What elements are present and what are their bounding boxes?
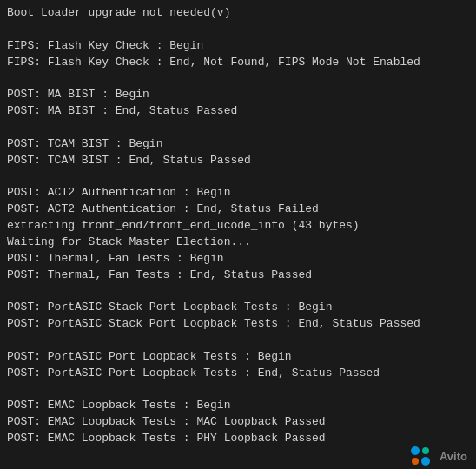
terminal-window: Boot Loader upgrade not needed(v)FIPS: F…	[0, 0, 476, 443]
terminal-line: POST: Thermal, Fan Tests : Begin	[7, 251, 469, 268]
terminal-line: POST: MA BIST : End, Status Passed	[7, 103, 469, 120]
terminal-line: POST: TCAM BIST : End, Status Passed	[7, 153, 469, 169]
terminal-line: POST: TCAM BIST : Begin	[7, 136, 469, 153]
terminal-line	[7, 333, 469, 349]
terminal-line	[7, 120, 469, 136]
svg-point-1	[422, 447, 429, 454]
svg-point-0	[411, 446, 420, 455]
terminal-line: POST: ACT2 Authentication : End, Status …	[7, 201, 469, 218]
terminal-line	[7, 168, 469, 185]
terminal-line: POST: EMAC Loopback Tests : PHY Loopback…	[7, 431, 469, 443]
terminal-line: POST: Thermal, Fan Tests : End, Status P…	[7, 268, 469, 284]
terminal-line	[7, 22, 469, 38]
terminal-line: POST: MA BIST : Begin	[7, 87, 469, 103]
avito-label: Avito	[440, 450, 467, 463]
terminal-line: POST: EMAC Loopback Tests : Begin	[7, 398, 469, 414]
terminal-line: POST: ACT2 Authentication : Begin	[7, 185, 469, 201]
terminal-line: Boot Loader upgrade not needed(v)	[7, 5, 469, 22]
terminal-line: POST: PortASIC Port Loopback Tests : End…	[7, 366, 469, 382]
terminal-line: extracting front_end/front_end_ucode_inf…	[7, 218, 469, 234]
terminal-line: Waiting for Stack Master Election...	[7, 234, 469, 251]
terminal-line	[7, 283, 469, 300]
terminal-line: FIPS: Flash Key Check : End, Not Found, …	[7, 55, 469, 71]
footer: Avito	[0, 443, 476, 469]
svg-point-3	[421, 457, 430, 466]
svg-point-2	[412, 458, 419, 465]
terminal-line: POST: PortASIC Port Loopback Tests : Beg…	[7, 349, 469, 366]
terminal-line: POST: PortASIC Stack Port Loopback Tests…	[7, 316, 469, 333]
terminal-line	[7, 70, 469, 87]
avito-badge: Avito	[407, 442, 467, 469]
terminal-line: FIPS: Flash Key Check : Begin	[7, 38, 469, 55]
terminal-line: POST: PortASIC Stack Port Loopback Tests…	[7, 300, 469, 316]
terminal-line	[7, 381, 469, 398]
terminal-line: POST: EMAC Loopback Tests : MAC Loopback…	[7, 414, 469, 431]
avito-logo-icon	[407, 442, 434, 469]
